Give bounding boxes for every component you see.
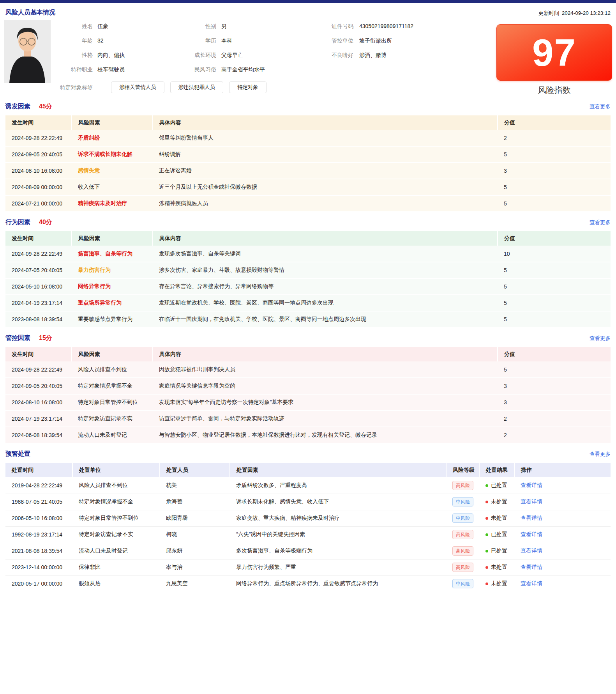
- field-value: 父母早亡: [221, 51, 243, 59]
- section-title: 行为因素: [5, 218, 30, 227]
- cell-person: 危海善: [160, 494, 230, 510]
- factor-section: 诱发因素 45分 查看更多 发生时间风险因素具体内容分值 2024-09-28 …: [0, 103, 616, 212]
- factor-row: 2024-09-05 20:40:05诉求不满或长期未化解纠纷调解5: [5, 146, 611, 163]
- disposal-row: 2006-05-10 16:08:00特定对象日常管控不到位欧阳青馨家庭变故、重…: [5, 510, 611, 526]
- disposal-section-head: 预警处置 查看更多: [0, 450, 616, 458]
- result-text: 已处置: [491, 547, 507, 554]
- cell-action: 查看详情: [514, 494, 611, 510]
- tag-pill[interactable]: 涉违法犯罪人员: [170, 81, 224, 93]
- cell-risk-level: 高风险: [446, 477, 479, 494]
- update-time-value: 2024-09-20 13:23:12: [562, 10, 611, 16]
- cell-time: 2024-08-09 00:00:00: [5, 179, 72, 195]
- result-status-dot: [485, 517, 488, 520]
- field-label: 姓名: [5, 22, 93, 30]
- section-title: 预警处置: [5, 450, 30, 458]
- field-value: 430502199809171182: [359, 22, 413, 30]
- field-label: 不良嗜好: [273, 51, 353, 59]
- factor-row: 2024-07-05 20:40:05暴力伤害行为涉多次伤害、家庭暴力、斗殴、故…: [5, 262, 611, 278]
- result-text: 未处置: [491, 580, 507, 586]
- view-more-link[interactable]: 查看更多: [590, 103, 611, 110]
- section-title: 管控因素: [5, 334, 30, 342]
- tag-pill[interactable]: 特定对象: [229, 81, 267, 93]
- cell-score: 2: [498, 411, 611, 427]
- view-detail-link[interactable]: 查看详情: [521, 564, 542, 570]
- cell-risk-factor: 矛盾纠纷: [72, 130, 153, 146]
- field-label: 管控单位: [273, 37, 353, 44]
- factor-row: 2024-08-10 16:08:00特定对象日常管控不到位发现未落实“每半年全…: [5, 394, 611, 411]
- cell-factor: 多次扬言滋事、自杀等极端行为: [230, 543, 446, 559]
- cell-person: 邱东妍: [160, 543, 230, 559]
- field-label: 性格: [5, 51, 93, 59]
- cell-risk-factor: 重要敏感节点异常行为: [72, 311, 153, 328]
- view-detail-link[interactable]: 查看详情: [521, 531, 542, 537]
- factor-row: 2024-05-10 16:08:00网络异常行为存在异常言论、异常搜索行为、异…: [5, 278, 611, 295]
- cell-person: 率与治: [160, 559, 230, 575]
- disposal-body: 2019-04-28 22:22:49风险人员排查不到位杭美矛盾纠纷次数多、严重…: [5, 477, 611, 592]
- factor-row: 2024-08-10 16:08:00感情失意正在诉讼离婚3: [5, 163, 611, 179]
- column-header: 发生时间: [5, 115, 72, 130]
- tag-pill[interactable]: 涉相关警情人员: [111, 81, 164, 93]
- cell-content: 邻里等纠纷警情当事人: [153, 130, 498, 146]
- factor-section: 管控因素 15分 查看更多 发生时间风险因素具体内容分值 2024-09-28 …: [0, 334, 616, 444]
- cell-content: 因故意犯罪被作出刑事判决人员: [153, 361, 498, 378]
- column-header: 分值: [498, 115, 611, 130]
- cell-time: 2024-07-19 23:17:14: [5, 411, 72, 427]
- cell-risk-factor: 暴力伤害行为: [72, 262, 153, 278]
- cell-risk-factor: 特定对象情况掌握不全: [72, 378, 153, 394]
- cell-risk-factor: 特定对象日常管控不到位: [72, 394, 153, 411]
- cell-risk-factor: 诉求不满或长期未化解: [72, 146, 153, 163]
- cell-risk-factor: 精神疾病未及时治疗: [72, 195, 153, 212]
- view-detail-link[interactable]: 查看详情: [521, 515, 542, 521]
- column-header: 操作: [514, 463, 611, 477]
- view-more-link[interactable]: 查看更多: [590, 451, 611, 458]
- cell-person: 柯晓: [160, 526, 230, 543]
- cell-content: 发现近期在党政机关、学校、医院、景区、商圈等同一地点周边多次出现: [153, 295, 498, 311]
- cell-score: 2: [498, 130, 611, 146]
- cell-unit: 特定对象情况掌握不全: [72, 494, 160, 510]
- result-status-dot: [485, 533, 488, 536]
- view-more-link[interactable]: 查看更多: [590, 219, 611, 226]
- update-time: 更新时间2024-09-20 13:23:12: [538, 10, 611, 17]
- cell-action: 查看详情: [514, 477, 611, 494]
- cell-time: 2024-08-10 16:08:00: [5, 163, 72, 179]
- result-status-dot: [485, 501, 488, 503]
- column-header: 处置时间: [5, 463, 72, 477]
- cell-risk-factor: 扬言滋事、自杀等行为: [72, 246, 153, 262]
- column-header: 具体内容: [153, 231, 498, 246]
- view-detail-link[interactable]: 查看详情: [521, 482, 542, 488]
- cell-content: 访查记录过于简单、雷同，与特定对象实际活动轨迹: [153, 411, 498, 427]
- cell-time: 2024-09-28 22:22:49: [5, 246, 72, 262]
- page-title: 风险人员基本情况: [5, 9, 55, 17]
- cell-person: 九思美空: [160, 575, 230, 592]
- field-value: 男: [221, 22, 227, 30]
- profile-panel: 姓名 伍豪 年龄 32 性格 内向、偏执 特种职业 校车驾驶员 性别 男 学历 …: [0, 19, 616, 96]
- field-value: 涉酒、赌博: [359, 51, 387, 59]
- column-header: 风险因素: [72, 347, 153, 361]
- cell-score: 5: [498, 311, 611, 328]
- cell-time: 1992-08-19 23:17:14: [5, 526, 72, 543]
- factor-table: 发生时间风险因素具体内容分值 2024-09-28 22:22:49扬言滋事、自…: [5, 231, 611, 328]
- cell-time: 2024-05-10 16:08:00: [5, 278, 72, 295]
- column-header: 风险因素: [72, 231, 153, 246]
- column-header: 风险因素: [72, 115, 153, 130]
- column-header: 处置单位: [72, 463, 160, 477]
- cell-score: 5: [498, 146, 611, 163]
- view-more-link[interactable]: 查看更多: [590, 335, 611, 342]
- cell-time: 2024-09-05 20:40:05: [5, 378, 72, 394]
- disposal-row: 1992-08-19 23:17:14特定对象访查记录不实柯晓“六失”诱因中的关…: [5, 526, 611, 543]
- tags-list: 涉相关警情人员涉违法犯罪人员特定对象: [111, 81, 272, 93]
- cell-time: 2024-07-21 00:00:00: [5, 195, 72, 212]
- cell-risk-level: 中风险: [446, 510, 479, 526]
- factor-section-head: 行为因素 40分 查看更多: [0, 218, 616, 227]
- cell-risk-level: 高风险: [446, 543, 479, 559]
- result-text: 已处置: [491, 482, 507, 488]
- cell-risk-factor: 风险人员排查不到位: [72, 361, 153, 378]
- result-status-dot: [485, 550, 488, 552]
- view-detail-link[interactable]: 查看详情: [521, 547, 542, 554]
- cell-result: 未处置: [479, 575, 514, 592]
- view-detail-link[interactable]: 查看详情: [521, 580, 542, 586]
- column-header: 风险等级: [446, 463, 479, 477]
- factor-row: 2024-09-05 20:40:05特定对象情况掌握不全家庭情况等关键信息字段…: [5, 378, 611, 394]
- cell-risk-factor: 收入低下: [72, 179, 153, 195]
- view-detail-link[interactable]: 查看详情: [521, 498, 542, 505]
